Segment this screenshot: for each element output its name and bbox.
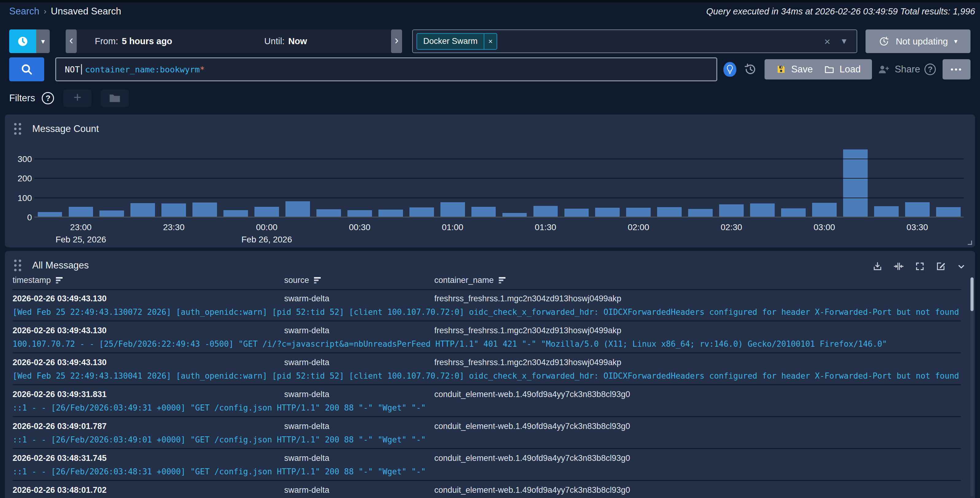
bar[interactable] [130,203,155,218]
bar[interactable] [688,209,713,218]
bar-slot[interactable] [158,159,189,218]
bar-slot[interactable] [406,159,437,218]
timerange-prev-button[interactable]: ‹ [66,29,77,53]
filters-help-icon[interactable]: ? [42,92,54,104]
table-row[interactable]: 2026-02-26 03:49:01.787swarm-deltacondui… [13,417,961,449]
bar-slot[interactable] [871,159,902,218]
bar[interactable] [192,202,217,218]
bar[interactable] [657,207,682,218]
bar-slot[interactable] [933,159,964,218]
bar-slot[interactable] [34,159,65,218]
column-header-container-name[interactable]: container_name [434,275,961,285]
drag-handle-icon[interactable] [14,123,21,135]
bar[interactable] [69,207,93,218]
sort-icon[interactable] [499,277,506,283]
load-button[interactable]: Load [824,64,861,75]
clock-icon[interactable] [9,29,36,53]
bar[interactable] [750,204,775,218]
download-icon[interactable] [873,261,882,271]
bar-slot[interactable] [375,159,406,218]
bar[interactable] [441,202,465,218]
timerange-caret-icon[interactable]: ▾ [36,29,50,53]
stream-chip-close-icon[interactable]: × [484,34,496,49]
bar-slot[interactable] [902,159,933,218]
bar-slot[interactable] [313,159,344,218]
bar[interactable] [255,207,279,218]
run-search-button[interactable] [9,57,44,81]
table-row[interactable]: 2026-02-26 03:48:31.745swarm-deltacondui… [13,449,961,481]
table-row[interactable]: 2026-02-26 03:48:01.702swarm-deltacondui… [13,481,961,498]
bar-slot[interactable] [96,159,127,218]
compress-columns-icon[interactable] [893,261,904,271]
messages-scrollbar[interactable] [970,277,974,496]
filter-folder-button[interactable] [101,90,129,107]
bar[interactable] [317,209,341,218]
streams-caret-icon[interactable]: ▼ [840,37,848,46]
drag-handle-icon[interactable] [14,259,21,271]
bar-slot[interactable] [344,159,375,218]
bar-slot[interactable] [251,159,282,218]
bar[interactable] [471,207,496,218]
bar-slot[interactable] [654,159,685,218]
bar-slot[interactable] [65,159,96,218]
bar[interactable] [285,201,310,218]
help-icon[interactable]: ? [924,64,936,75]
bar-slot[interactable] [809,159,840,218]
bar-slot[interactable] [530,159,561,218]
bar-slot[interactable] [623,159,654,218]
bar-slot[interactable] [716,159,747,218]
chevron-down-icon[interactable] [957,262,966,271]
bar-slot[interactable] [220,159,251,218]
add-filter-button[interactable]: + [63,90,91,107]
bar[interactable] [533,206,558,218]
sort-icon[interactable] [56,277,63,283]
bar-slot[interactable] [282,159,313,218]
bar-slot[interactable] [685,159,716,218]
scrollbar-thumb[interactable] [970,277,974,311]
bar-slot[interactable] [840,159,871,218]
streams-clear-icon[interactable]: × [824,36,830,47]
bar-slot[interactable] [747,159,778,218]
bar[interactable] [812,203,837,218]
breadcrumb-search-link[interactable]: Search [9,6,39,17]
table-row[interactable]: 2026-02-26 03:49:43.130swarm-deltafreshr… [13,353,961,385]
streams-select[interactable]: Docker Swarm × × ▼ [412,29,857,53]
bar[interactable] [843,150,868,218]
query-input[interactable]: NOTcontainer_name:bookwyrm* [55,57,717,81]
bar-slot[interactable] [592,159,623,218]
table-row[interactable]: 2026-02-26 03:49:43.130swarm-deltafreshr… [13,290,961,321]
column-header-timestamp[interactable]: timestamp [13,275,284,285]
table-row[interactable]: 2026-02-26 03:49:43.130swarm-deltafreshr… [13,321,961,353]
bar-slot[interactable] [437,159,468,218]
bar[interactable] [936,207,961,218]
search-history-icon[interactable] [744,63,757,76]
fullscreen-icon[interactable] [915,261,925,271]
bar[interactable] [595,208,620,218]
bar[interactable] [874,206,899,218]
share-button[interactable]: Share [878,64,920,75]
bar-slot[interactable] [468,159,499,218]
widget-resize-handle[interactable] [968,240,972,245]
bar[interactable] [719,204,744,218]
more-actions-button[interactable]: ••• [943,59,970,80]
bar[interactable] [409,207,434,218]
bar-slot[interactable] [561,159,592,218]
bar[interactable] [565,208,589,218]
save-button[interactable]: Save [776,64,813,75]
timerange-picker-button[interactable]: ▾ [9,29,50,53]
lightbulb-icon[interactable] [724,62,736,77]
bar-slot[interactable] [189,159,220,218]
bar-slot[interactable] [499,159,530,218]
refresh-controls-button[interactable]: Not updating ▾ [865,29,970,53]
bar[interactable] [781,208,806,218]
sort-icon[interactable] [314,277,321,283]
bar-slot[interactable] [778,159,809,218]
column-header-source[interactable]: source [284,275,434,285]
bar-slot[interactable] [127,159,158,218]
edit-icon[interactable] [936,261,946,271]
bar[interactable] [905,202,930,218]
bar[interactable] [161,204,186,218]
timerange-display[interactable]: From: 5 hours ago Until: Now [77,29,391,53]
bar[interactable] [626,208,651,218]
timerange-next-button[interactable]: › [391,29,402,53]
